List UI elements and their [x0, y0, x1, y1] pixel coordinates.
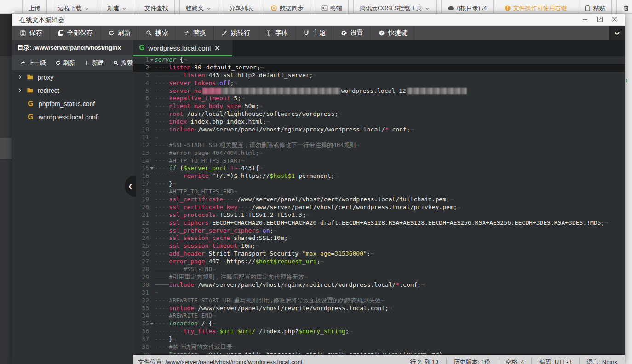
code-line[interactable]: 29────#引用重定向规则，注释后配置的重定向代理将无效¬: [133, 273, 625, 281]
tree-item-wordpress.local.conf[interactable]: Gwordpress.local.conf: [12, 110, 133, 124]
fold-arrow-icon[interactable]: [150, 167, 154, 170]
bg-toolbar-item-right-click-hint[interactable]: 文件操作可使用右键: [498, 0, 573, 13]
code-line[interactable]: 36········try_files·$uri·$uri/·/index.ph…: [133, 328, 625, 336]
code-line[interactable]: 11¬: [133, 134, 625, 142]
bg-toolbar-item-root-dir[interactable]: /(根目录) /4: [441, 0, 494, 13]
chevron-down-icon: [425, 5, 430, 11]
code-line[interactable]: 23····ssl_prefer_server_ciphers·on;¬: [133, 227, 625, 235]
code-line[interactable]: 26····add_header·Strict-Transport-Securi…: [133, 250, 625, 258]
line-number: 5: [133, 87, 155, 95]
code-line[interactable]: 12····#SSL-START SSL相关配置，请勿删除或修改下一行带注释的4…: [133, 142, 625, 149]
code-line[interactable]: 8····root·/usr/local/lighthouse/software…: [133, 110, 625, 118]
fold-arrow-icon[interactable]: [150, 323, 154, 325]
code-line[interactable]: 17····}¬: [133, 180, 625, 188]
code-line[interactable]: 10····include·/www/server/panel/vhost/ng…: [133, 126, 625, 134]
bg-toolbar-item-favorites[interactable]: 收藏夹: [179, 0, 218, 13]
expander-chevron-icon[interactable]: [17, 88, 24, 93]
toolbar-button-font[interactable]: 字体: [258, 26, 296, 40]
code-line-content: ····error_page·497··https://$host$reques…: [155, 258, 625, 266]
code-line-content: ····}¬: [155, 336, 625, 343]
sidebar-tool-refresh[interactable]: 刷新: [51, 59, 80, 67]
code-line[interactable]: 30────include·/www/server/panel/vhost/ng…: [133, 281, 625, 289]
bg-toolbar-item-paste[interactable]: 粘贴: [578, 0, 612, 13]
code-line[interactable]: 1server·{¬: [133, 56, 625, 64]
expander-chevron-icon[interactable]: [17, 74, 24, 80]
code-line[interactable]: 35····location·/·{¬: [133, 320, 625, 328]
toolbar-button-theme[interactable]: 主题: [296, 26, 333, 40]
bg-toolbar-label: 收藏夹: [186, 4, 204, 12]
bg-toolbar-item-data-sync[interactable]: 数据同步: [264, 0, 310, 13]
folder-icon: [27, 87, 35, 94]
tree-item-proxy[interactable]: proxy: [12, 70, 133, 84]
bg-toolbar-label: 上传: [29, 4, 40, 12]
sidebar-tool-new[interactable]: 新建: [80, 59, 109, 67]
code-line[interactable]: 24····ssl_session_cache·shared:SSL:10m;¬: [133, 234, 625, 242]
code-line[interactable]: 38····#禁止访问的文件或目录¬: [133, 343, 625, 351]
toolbar-button-settings[interactable]: 设置: [333, 26, 371, 40]
toolbar-button-replace[interactable]: 替换: [176, 26, 214, 40]
code-line[interactable]: 28────────#SSL-END¬: [133, 266, 625, 273]
code-line[interactable]: 5····server_nawordpress.local·12: [133, 87, 625, 95]
bg-toolbar-item-remote-download[interactable]: 远程下载: [52, 0, 96, 13]
tab-wordpress-local-conf[interactable]: G wordpress.local.conf: [133, 40, 232, 56]
code-line[interactable]: 9····index·index.php·index.html;¬: [133, 118, 625, 126]
code-line[interactable]: 32····#REWRITE-START URL重写规则引用,修改后将导致面板设…: [133, 297, 625, 305]
code-line[interactable]: 18····#HTTP_TO_HTTPS_END¬: [133, 188, 625, 196]
code-line[interactable]: 22····ssl_ciphers·EECDH+CHACHA20:EECDH+C…: [133, 219, 625, 227]
code-line[interactable]: 3────────listen·443·ssl·http2·default_se…: [133, 72, 625, 80]
code-line-content: ····include·/www/server/panel/vhost/rewr…: [155, 305, 625, 313]
bg-toolbar-item-new[interactable]: 新建: [101, 0, 133, 13]
code-area[interactable]: 1server·{¬2····listen·80·default_server;…: [133, 56, 625, 354]
toolbar-button-goto-line[interactable]: 跳转行: [214, 26, 258, 40]
bg-toolbar-item-share-list[interactable]: 分享列表: [223, 0, 259, 13]
tab-close-icon[interactable]: [215, 46, 220, 51]
code-line[interactable]: 15····if·($server_port·!~·443){¬: [133, 165, 625, 172]
code-line[interactable]: 31¬: [133, 289, 625, 297]
bg-toolbar-item-upload[interactable]: 上传: [22, 0, 47, 13]
online-text-editor-window: 在线文本编辑器 保存全部保存刷新搜索替换跳转行字体主题设置?快捷键 目录: /w…: [12, 14, 625, 364]
toolbar-button-search[interactable]: 搜索: [138, 26, 176, 40]
close-button[interactable]: [611, 16, 618, 23]
code-line[interactable]: 2····listen·80·default_server;¬: [133, 64, 625, 72]
code-line[interactable]: 37····}¬: [133, 336, 625, 343]
code-line[interactable]: 16········rewrite·^(/.*)$·https://$host$…: [133, 172, 625, 180]
tree-item-redirect[interactable]: redirect: [12, 84, 133, 97]
toolbar-button-save[interactable]: 保存: [12, 26, 50, 40]
minimize-button[interactable]: [581, 16, 589, 23]
line-number: 29: [133, 273, 155, 281]
code-line-content: ────include·/www/server/panel/vhost/ngin…: [155, 281, 625, 289]
code-line-content: ····add_header·Strict-Transport-Security…: [155, 250, 625, 258]
refresh-icon: [55, 60, 61, 66]
code-line-content: ····server_nawordpress.local·12: [155, 87, 625, 95]
toolbar-button-hotkeys[interactable]: ?快捷键: [371, 26, 415, 40]
tree-item-phpfpm_status.conf[interactable]: Gphpfpm_status.conf: [12, 97, 133, 110]
toolbar-collapse-button[interactable]: [609, 26, 625, 40]
bg-toolbar-item-cosfs-tool[interactable]: 腾讯云COSFS挂载工具: [353, 0, 437, 13]
bg-toolbar-item-terminal[interactable]: 终端: [315, 0, 349, 13]
code-line[interactable]: 25····ssl_session_timeout·10m;¬: [133, 242, 625, 250]
toolbar-button-refresh[interactable]: 刷新: [101, 26, 138, 40]
bg-toolbar-item-file-find[interactable]: 文件查找: [138, 0, 175, 13]
background-page-toolbar: 上传远程下载新建文件查找收藏夹分享列表数据同步终端腾讯云COSFS挂载工具/(根…: [0, 0, 632, 14]
code-line[interactable]: 20····ssl_certificate_key····/www/server…: [133, 204, 625, 211]
background-block: [0, 159, 12, 364]
line-number: 3: [133, 72, 155, 80]
code-line[interactable]: 14····#HTTP_TO_HTTPS_START¬: [133, 157, 625, 165]
search-icon: [146, 30, 152, 36]
code-line[interactable]: 19····ssl_certificate····/www/server/pan…: [133, 196, 625, 204]
code-line[interactable]: 21····ssl_protocols·TLSv1.1·TLSv1.2·TLSv…: [133, 211, 625, 219]
code-line[interactable]: 27····error_page·497··https://$host$requ…: [133, 258, 625, 266]
code-line[interactable]: 6····keepalive_timeout·5;¬: [133, 95, 625, 102]
status-item: 编码: UTF-8: [531, 358, 579, 364]
status-bar: 文件位置: /www/server/panel/vhost/nginx/word…: [133, 354, 625, 364]
toolbar-button-save-all[interactable]: 全部保存: [50, 26, 101, 40]
sidebar-tool-up-level[interactable]: 上一级: [16, 59, 51, 67]
code-line[interactable]: 33····include·/www/server/panel/vhost/re…: [133, 305, 625, 313]
code-line[interactable]: 34····#REWRITE-END¬: [133, 312, 625, 320]
fold-arrow-icon[interactable]: [150, 59, 154, 61]
code-line[interactable]: 4····server_tokens·off;¬: [133, 80, 625, 87]
code-line[interactable]: 7····client_max_body_size·50m;¬: [133, 102, 625, 110]
code-line[interactable]: 13····#error_page 404/404.html;¬: [133, 149, 625, 157]
bg-toolbar-item-delete[interactable]: [616, 0, 632, 13]
maximize-button[interactable]: [596, 16, 603, 23]
